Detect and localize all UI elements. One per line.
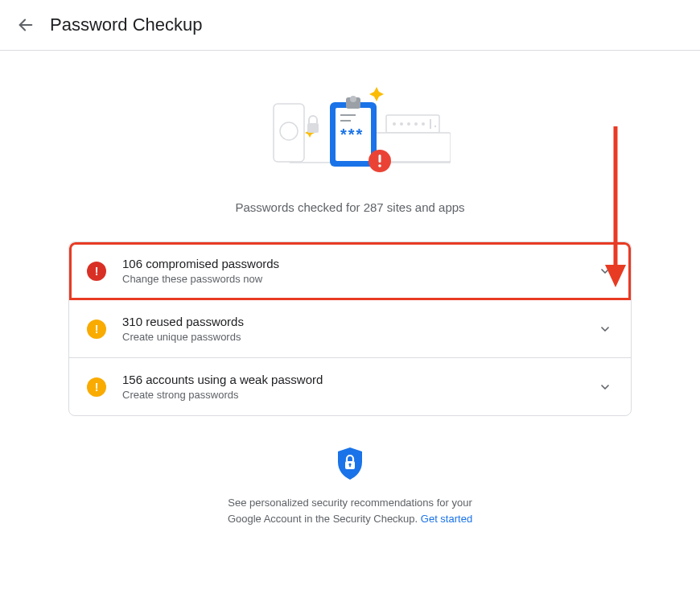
reused-passwords-row[interactable]: ! 310 reused passwords Create unique pas… <box>69 300 631 358</box>
alert-icon: ! <box>87 262 106 281</box>
svg-rect-3 <box>307 123 319 133</box>
compromised-passwords-row[interactable]: ! 106 compromised passwords Change these… <box>69 242 631 300</box>
row-text: 106 compromised passwords Change these p… <box>122 257 597 285</box>
svg-point-5 <box>393 122 396 126</box>
results-card-list: ! 106 compromised passwords Change these… <box>68 241 632 416</box>
svg-point-11 <box>434 126 436 127</box>
chevron-down-icon <box>597 321 613 337</box>
svg-point-17 <box>350 96 356 102</box>
chevron-down-icon <box>597 379 613 395</box>
footer-text: See personalized security recommendation… <box>225 495 475 526</box>
warning-icon: ! <box>87 320 106 339</box>
svg-point-8 <box>414 122 418 126</box>
svg-rect-1 <box>274 104 304 162</box>
row-title: 106 compromised passwords <box>122 257 597 270</box>
summary-text: Passwords checked for 287 sites and apps <box>68 200 632 214</box>
svg-point-6 <box>400 122 403 126</box>
svg-point-9 <box>422 122 425 126</box>
header: Password Checkup <box>0 0 700 51</box>
page-title: Password Checkup <box>50 14 203 35</box>
row-subtitle: Create strong passwords <box>122 389 597 401</box>
svg-point-7 <box>407 122 410 126</box>
chevron-down-icon <box>597 263 613 279</box>
row-text: 156 accounts using a weak password Creat… <box>122 373 597 401</box>
weak-passwords-row[interactable]: ! 156 accounts using a weak password Cre… <box>69 358 631 415</box>
main-content: *** Passwords checked for 287 sites and … <box>68 51 632 526</box>
row-subtitle: Change these passwords now <box>122 273 597 285</box>
footer-section: See personalized security recommendation… <box>68 447 632 526</box>
svg-point-23 <box>378 164 381 167</box>
svg-rect-22 <box>379 155 381 163</box>
row-title: 156 accounts using a weak password <box>122 373 597 386</box>
shield-icon <box>336 447 364 484</box>
password-checkup-illustration: *** <box>68 81 632 178</box>
get-started-link[interactable]: Get started <box>421 513 472 525</box>
warning-icon: ! <box>87 377 106 397</box>
svg-rect-26 <box>349 464 351 467</box>
row-subtitle: Create unique passwords <box>122 331 597 343</box>
row-text: 310 reused passwords Create unique passw… <box>122 315 597 343</box>
back-arrow-button[interactable] <box>16 15 35 35</box>
svg-text:***: *** <box>340 126 364 143</box>
svg-rect-10 <box>430 119 431 129</box>
arrow-left-icon <box>17 16 35 34</box>
row-title: 310 reused passwords <box>122 315 597 328</box>
